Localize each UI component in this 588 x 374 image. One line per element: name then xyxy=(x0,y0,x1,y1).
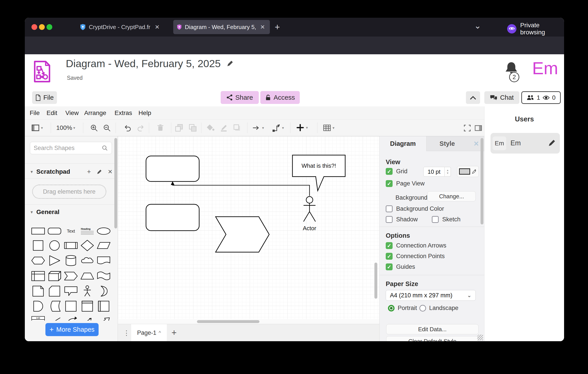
fill-color-icon[interactable] xyxy=(206,124,215,132)
fullscreen-icon[interactable] xyxy=(463,124,472,132)
macos-minimize-button[interactable] xyxy=(39,24,45,30)
shape-or[interactable] xyxy=(96,285,111,297)
format-panel-scrollbar[interactable] xyxy=(481,138,483,224)
shape-process[interactable] xyxy=(63,240,79,251)
grid-size-stepper[interactable]: ▲▼ xyxy=(445,167,451,177)
shapes-scrollbar[interactable] xyxy=(114,138,117,229)
shape-diamond[interactable] xyxy=(80,240,95,251)
macos-close-button[interactable] xyxy=(32,24,37,30)
edit-user-pencil-icon[interactable] xyxy=(548,139,556,147)
scratchpad-section-header[interactable]: ▾ Scratchpad + ✕ xyxy=(31,167,113,176)
shadow-icon[interactable] xyxy=(233,124,242,132)
menu-view[interactable]: View xyxy=(65,109,79,116)
shape-arrow[interactable] xyxy=(96,315,111,321)
tab-cryptdrive[interactable]: CryptDrive - CryptPad.fr ✕ xyxy=(76,20,169,34)
background-change-button[interactable]: Change... xyxy=(427,191,476,201)
format-panel-toggle-icon[interactable] xyxy=(474,124,483,132)
menu-file[interactable]: File xyxy=(30,109,40,116)
shape-circle[interactable] xyxy=(47,240,62,251)
shape-line[interactable] xyxy=(47,315,62,321)
shape-cylinder[interactable] xyxy=(63,255,79,266)
user-list-item[interactable]: Em Em xyxy=(491,133,560,154)
shape-card[interactable] xyxy=(47,285,62,297)
shape-tape[interactable] xyxy=(96,270,111,282)
new-tab-button[interactable]: + xyxy=(275,22,280,32)
shape-cube[interactable] xyxy=(47,270,62,282)
menu-arrange[interactable]: Arrange xyxy=(84,109,106,116)
shape-internal-storage[interactable] xyxy=(30,270,46,282)
canvas-step-shape[interactable] xyxy=(216,217,269,252)
chat-button[interactable]: Chat xyxy=(484,91,519,104)
tab-style[interactable]: Style xyxy=(426,136,468,151)
shape-rounded-rectangle[interactable] xyxy=(47,225,62,237)
menu-extras[interactable]: Extras xyxy=(115,109,132,116)
shape-container[interactable] xyxy=(63,301,79,312)
zoom-level-dropdown[interactable]: 100% ▾ xyxy=(56,124,75,131)
tab-close-icon[interactable]: ✕ xyxy=(259,23,266,31)
tab-list-chevron-icon[interactable]: ⌄ xyxy=(474,21,481,31)
connection-style-button[interactable]: ▾ xyxy=(252,124,264,132)
rename-pencil-icon[interactable] xyxy=(226,60,234,68)
canvas-horizontal-scrollbar[interactable] xyxy=(197,320,259,323)
diagram-canvas[interactable]: What is this?! Actor xyxy=(118,136,379,319)
insert-button[interactable]: ▾ xyxy=(295,123,308,132)
user-avatar[interactable]: Em xyxy=(532,58,558,78)
undo-icon[interactable] xyxy=(123,124,132,132)
connection-points-checkbox[interactable]: ✓ xyxy=(386,253,393,260)
shape-note[interactable] xyxy=(30,285,46,297)
search-shapes-input[interactable]: Search Shapes xyxy=(30,142,112,154)
portrait-radio[interactable] xyxy=(388,305,395,312)
actor-label[interactable]: Actor xyxy=(295,225,324,232)
scratchpad-close-icon[interactable]: ✕ xyxy=(108,168,113,175)
scratchpad-dropzone[interactable]: Drag elements here xyxy=(32,185,106,199)
waypoint-style-button[interactable]: ▾ xyxy=(272,124,284,132)
tab-close-icon[interactable]: ✕ xyxy=(153,23,161,31)
shape-callout[interactable] xyxy=(63,285,79,297)
canvas-actor-shape[interactable] xyxy=(304,197,315,222)
macos-zoom-button[interactable] xyxy=(47,24,52,30)
shape-curve[interactable] xyxy=(63,315,79,321)
shape-parallelogram[interactable] xyxy=(96,240,111,251)
connection-arrows-checkbox[interactable]: ✓ xyxy=(386,242,393,249)
access-button[interactable]: Access xyxy=(260,91,300,104)
shape-vertical-container[interactable] xyxy=(80,301,95,312)
sketch-checkbox[interactable] xyxy=(432,216,439,223)
shape-step[interactable] xyxy=(63,270,79,282)
shape-square[interactable] xyxy=(30,240,46,251)
canvas-rounded-rectangle-1[interactable] xyxy=(146,156,199,181)
shape-hexagon[interactable] xyxy=(30,255,46,266)
shape-actor[interactable] xyxy=(80,285,95,297)
shape-and[interactable] xyxy=(30,301,46,312)
notification-count-badge[interactable]: 2 xyxy=(509,72,519,82)
to-back-icon[interactable] xyxy=(188,124,197,132)
delete-icon[interactable] xyxy=(156,124,165,132)
page-view-checkbox[interactable]: ✓ xyxy=(386,180,393,187)
more-shapes-button[interactable]: + More Shapes xyxy=(45,323,99,336)
shape-bidirectional-arrow[interactable] xyxy=(80,315,95,321)
landscape-radio[interactable] xyxy=(420,305,426,312)
guides-checkbox[interactable]: ✓ xyxy=(386,263,393,270)
zoom-out-icon[interactable] xyxy=(103,124,111,132)
tab-diagram-active[interactable]: Diagram - Wed, February 5, 202 ✕ xyxy=(173,20,270,34)
grid-checkbox[interactable]: ✓ xyxy=(386,168,393,175)
shape-horizontal-container[interactable] xyxy=(96,301,111,312)
to-front-icon[interactable] xyxy=(175,124,183,132)
shape-heading[interactable]: Heading xyxy=(80,225,95,237)
pages-menu-icon[interactable]: ⋮ xyxy=(123,329,130,337)
scratchpad-edit-pencil-icon[interactable] xyxy=(97,169,102,175)
shape-ellipse[interactable] xyxy=(96,225,111,237)
shape-text[interactable]: Text xyxy=(63,225,79,237)
edit-data-button[interactable]: Edit Data... xyxy=(386,324,479,334)
view-outline-button[interactable]: ▾ xyxy=(31,124,43,132)
redo-icon[interactable] xyxy=(137,124,146,132)
grid-size-input[interactable]: 10 pt xyxy=(423,167,445,177)
tab-diagram[interactable]: Diagram xyxy=(379,136,426,151)
canvas-vertical-scrollbar[interactable] xyxy=(374,262,377,299)
general-section-header[interactable]: ▾ General xyxy=(31,208,113,217)
add-page-button[interactable]: + xyxy=(171,328,177,338)
table-button[interactable]: ▾ xyxy=(323,124,335,132)
shadow-checkbox[interactable] xyxy=(386,216,393,223)
shape-cloud[interactable] xyxy=(80,255,95,266)
background-color-checkbox[interactable] xyxy=(386,205,393,212)
scratchpad-add-icon[interactable]: + xyxy=(87,168,91,176)
